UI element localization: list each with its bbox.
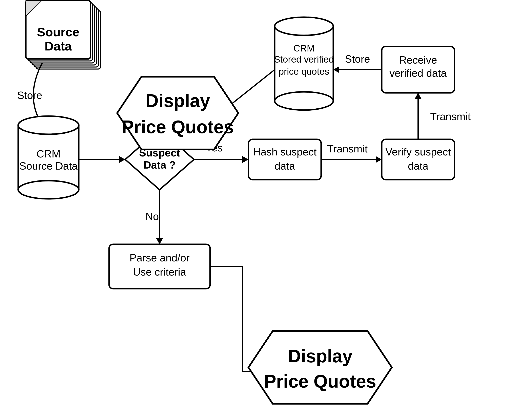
crm-source-data-cylinder: CRM Source Data: [18, 116, 79, 199]
display-price-quotes-bottom: Display Price Quotes: [248, 331, 392, 404]
source-data-pages: Source Data: [26, 0, 101, 69]
crm-stored-label1: CRM: [294, 43, 315, 54]
receive-verified-data-box: Receive verified data: [382, 47, 455, 93]
svg-point-26: [275, 17, 333, 35]
display-bottom-label2: Price Quotes: [264, 371, 376, 391]
svg-point-27: [275, 92, 333, 110]
crm-stored-cylinder: CRM Stored verified price quotes: [274, 17, 334, 110]
crm-stored-label3: price quotes: [279, 66, 329, 77]
source-data-label2: Data: [45, 39, 72, 53]
hash-label1: Hash suspect: [253, 146, 317, 158]
store-label-right: Store: [345, 53, 370, 65]
parse-label1: Parse and/or: [129, 252, 190, 264]
display-top-label1: Display: [145, 91, 210, 111]
crm-source-label2: Source Data: [19, 160, 77, 172]
store-label-left: Store: [17, 89, 42, 101]
receive-label1: Receive: [399, 54, 437, 66]
suspect-label2: Data ?: [144, 159, 176, 171]
crm-source-label1: CRM: [37, 148, 60, 160]
svg-point-9: [18, 116, 79, 134]
verify-label2: data: [408, 160, 428, 172]
hash-suspect-data-box: Hash suspect data: [248, 139, 321, 180]
verify-suspect-data-box: Verify suspect data: [382, 139, 455, 180]
svg-rect-16: [248, 139, 321, 180]
no-label: No: [145, 211, 159, 222]
transmit-label-up: Transmit: [430, 111, 471, 122]
hash-label2: data: [275, 160, 295, 172]
transmit-label-right: Transmit: [327, 143, 368, 155]
svg-point-10: [18, 181, 79, 199]
verify-label1: Verify suspect: [385, 146, 451, 158]
flowchart-diagram: Source Data Store CRM Source Data Suspec…: [0, 0, 532, 410]
svg-rect-19: [382, 139, 455, 180]
source-data-label: Source: [37, 25, 79, 39]
crm-stored-label2: Stored verified: [274, 54, 334, 65]
receive-label2: verified data: [390, 67, 446, 79]
parse-label2: Use criteria: [133, 266, 186, 278]
display-price-quotes-top: Display Price Quotes: [117, 77, 238, 149]
display-bottom-label1: Display: [288, 346, 352, 366]
display-top-label2: Price Quotes: [122, 117, 234, 137]
parse-use-criteria-box: Parse and/or Use criteria: [109, 244, 210, 289]
